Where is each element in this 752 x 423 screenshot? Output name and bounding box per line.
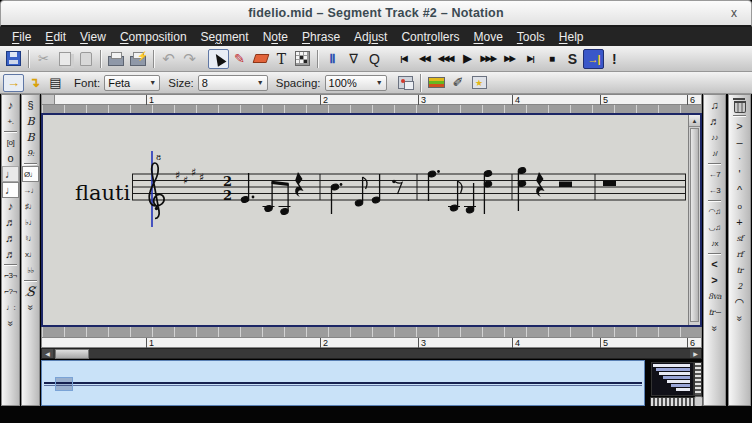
- vertical-scrollbar[interactable]: ▲: [688, 115, 700, 325]
- more-marks-icon[interactable]: »: [731, 310, 748, 326]
- play-button[interactable]: ▶: [456, 49, 477, 69]
- font-select[interactable]: Feta▼: [104, 75, 160, 91]
- unbeam-icon[interactable]: ♪♪: [706, 129, 723, 145]
- quantize-button[interactable]: Q: [364, 49, 385, 69]
- accent-mark-icon[interactable]: >: [731, 118, 748, 134]
- menu-phrase[interactable]: Phrase: [295, 30, 347, 44]
- staccatissimo-mark-icon[interactable]: ': [731, 166, 748, 182]
- auto-beam-icon[interactable]: ♬: [706, 113, 723, 129]
- menu-edit[interactable]: Edit: [38, 30, 73, 44]
- rewind-button[interactable]: ◀◀: [414, 49, 435, 69]
- triplet-group-icon[interactable]: ←3: [706, 182, 723, 198]
- menu-segment[interactable]: Segment: [194, 30, 256, 44]
- scroll-up-icon[interactable]: ▲: [689, 115, 700, 127]
- trill-mark-icon[interactable]: tr: [731, 262, 748, 278]
- stopped-mark-icon[interactable]: +: [731, 214, 748, 230]
- filter-button[interactable]: ∇: [343, 49, 364, 69]
- save-button[interactable]: [3, 49, 24, 69]
- more-group-icon[interactable]: »: [706, 320, 723, 336]
- horizontal-scroll-thumb[interactable]: [55, 349, 89, 359]
- double-flat-icon[interactable]: ♭♭: [22, 262, 39, 278]
- fast-forward-button[interactable]: ▶▶: [499, 49, 520, 69]
- trill-line-icon[interactable]: tr~: [706, 304, 723, 320]
- tracking-button[interactable]: →|: [583, 49, 604, 69]
- quarter-note-icon[interactable]: ♩: [2, 182, 19, 198]
- menu-controllers[interactable]: Controllers: [394, 30, 466, 44]
- dot-toggle-icon[interactable]: +.: [2, 113, 19, 129]
- show-headers-button[interactable]: ★: [469, 74, 490, 92]
- decrescendo-icon[interactable]: >: [706, 272, 723, 288]
- sforzando-mark-icon[interactable]: sf: [731, 230, 748, 246]
- harmonic-mark-icon[interactable]: o: [731, 198, 748, 214]
- bottom-tick-ruler[interactable]: [41, 327, 702, 337]
- sixteenth-note-icon[interactable]: ♬: [2, 214, 19, 230]
- solo-button[interactable]: S: [562, 49, 583, 69]
- follow-accidental-icon[interactable]: →♩: [22, 182, 39, 198]
- more-accidentals-icon[interactable]: »: [22, 299, 39, 315]
- scroll-right-icon[interactable]: ▶: [690, 349, 701, 358]
- double-sharp-icon[interactable]: x♩: [22, 246, 39, 262]
- print-preview-button[interactable]: ⚡: [127, 49, 149, 69]
- whole-note-icon[interactable]: o: [2, 150, 19, 166]
- beam-notes-icon[interactable]: ♫: [706, 97, 723, 113]
- control-ruler-button[interactable]: ✐: [448, 74, 469, 92]
- vertical-scroll-thumb[interactable]: [690, 128, 699, 322]
- linear-layout-button[interactable]: →: [3, 74, 24, 92]
- size-select[interactable]: 8▼: [198, 75, 268, 91]
- stop-button[interactable]: ■: [541, 49, 562, 69]
- grace-note-icon[interactable]: ♩:: [2, 299, 19, 315]
- triplet-icon[interactable]: ⌐3¬: [2, 267, 19, 283]
- treble-clef-icon[interactable]: §: [22, 97, 39, 113]
- score-thumbnail[interactable]: [651, 362, 694, 396]
- undo-button[interactable]: ↶: [158, 49, 179, 69]
- menu-view[interactable]: View: [73, 30, 113, 44]
- breve-icon[interactable]: [o]: [2, 134, 19, 150]
- menu-help[interactable]: Help: [552, 30, 591, 44]
- text-tool-button[interactable]: T: [271, 49, 292, 69]
- fast-rewind-button[interactable]: ◀◀◀: [435, 49, 456, 69]
- menu-adjust[interactable]: Adjust: [347, 30, 394, 44]
- fermata-mark-icon[interactable]: ◠: [731, 294, 748, 310]
- break-group-icon[interactable]: ♪/: [706, 145, 723, 161]
- top-tick-ruler[interactable]: [41, 105, 702, 113]
- draw-tool-button[interactable]: ✎: [229, 49, 250, 69]
- forward-to-end-button[interactable]: ▶|: [520, 49, 541, 69]
- menu-file[interactable]: File: [5, 30, 38, 44]
- alto-clef-icon[interactable]: B: [22, 113, 39, 129]
- step-insert-note-icon[interactable]: ♪: [2, 97, 19, 113]
- close-icon[interactable]: x: [731, 6, 737, 20]
- half-note-icon[interactable]: ♩: [2, 166, 19, 182]
- no-accidental-icon[interactable]: Ø♩: [22, 166, 39, 182]
- select-tool-button[interactable]: [208, 49, 229, 69]
- tenuto-mark-icon[interactable]: –: [731, 134, 748, 150]
- grace-group-icon[interactable]: ♪x: [706, 235, 723, 251]
- menu-note[interactable]: Note: [256, 30, 295, 44]
- eighth-note-icon[interactable]: ♪: [2, 198, 19, 214]
- sharp-icon[interactable]: ♯♩: [22, 198, 39, 214]
- scroll-left-icon[interactable]: ◀: [42, 349, 53, 358]
- matrix-button[interactable]: [292, 49, 313, 69]
- tuplet-icon[interactable]: ⌐?¬: [2, 283, 19, 299]
- switch-editor-button[interactable]: [395, 74, 416, 92]
- copy-button[interactable]: [54, 49, 75, 69]
- tie-icon[interactable]: ◡♫: [706, 219, 723, 235]
- segment-overview[interactable]: [41, 360, 645, 406]
- menu-move[interactable]: Move: [466, 30, 509, 44]
- flat-icon[interactable]: ♭♩: [22, 214, 39, 230]
- more-durations-icon[interactable]: »: [2, 315, 19, 331]
- panic-button[interactable]: !: [604, 49, 625, 69]
- cut-button[interactable]: ✂: [33, 49, 54, 69]
- segno-icon[interactable]: S̸: [22, 283, 39, 299]
- sixtyfourth-note-icon[interactable]: ♬: [2, 246, 19, 262]
- menu-composition[interactable]: Composition: [113, 30, 194, 44]
- tuplet-7-icon[interactable]: ←7: [706, 166, 723, 182]
- rinforzando-mark-icon[interactable]: rf: [731, 246, 748, 262]
- spacing-select[interactable]: 100%▼: [325, 75, 387, 91]
- tenor-clef-icon[interactable]: B: [22, 129, 39, 145]
- vertical-zoom-thumbwheel[interactable]: [694, 362, 702, 396]
- redo-button[interactable]: ↷: [179, 49, 200, 69]
- horizontal-scrollbar[interactable]: ◀ ▶: [41, 348, 702, 359]
- top-loop-ruler[interactable]: 1 2 3 4 5 6: [41, 94, 702, 105]
- notation-canvas[interactable]: flauti 8 ♯ ♯: [41, 113, 702, 327]
- fast-forward-3-button[interactable]: ▶▶▶: [477, 49, 498, 69]
